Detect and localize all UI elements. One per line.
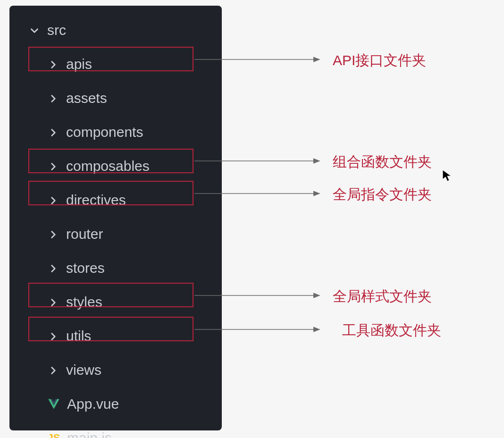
- cursor-icon: [442, 169, 453, 182]
- tree-folder-stores[interactable]: stores: [9, 251, 222, 285]
- file-explorer-panel: src apis assets components composables d…: [9, 6, 222, 430]
- chevron-right-icon: [47, 296, 59, 308]
- tree-folder-apis[interactable]: apis: [9, 47, 222, 81]
- js-icon: JS: [45, 430, 62, 438]
- chevron-right-icon: [47, 126, 59, 138]
- tree-folder-label: directives: [66, 192, 126, 208]
- vue-icon: [45, 396, 62, 413]
- tree-folder-utils[interactable]: utils: [9, 319, 222, 353]
- chevron-right-icon: [47, 58, 59, 70]
- tree-file-main-js[interactable]: JS main.js: [9, 421, 222, 438]
- tree-folder-label: assets: [66, 90, 107, 106]
- annotation-styles: 全局样式文件夹: [333, 287, 432, 306]
- tree-file-app-vue[interactable]: App.vue: [9, 387, 222, 421]
- tree-file-label: App.vue: [67, 396, 119, 412]
- tree-folder-label: apis: [66, 56, 92, 72]
- chevron-right-icon: [47, 228, 59, 240]
- annotation-apis: API接口文件夹: [333, 51, 426, 70]
- tree-folder-label: utils: [66, 328, 91, 344]
- tree-folder-label: composables: [66, 158, 150, 174]
- chevron-down-icon: [28, 24, 41, 36]
- tree-folder-views[interactable]: views: [9, 353, 222, 387]
- tree-folder-label: views: [66, 362, 101, 378]
- tree-folder-components[interactable]: components: [9, 115, 222, 149]
- annotation-utils: 工具函数文件夹: [342, 321, 441, 340]
- chevron-right-icon: [47, 262, 59, 274]
- tree-root-label: src: [47, 22, 66, 38]
- tree-folder-label: router: [66, 226, 103, 242]
- annotation-directives: 全局指令文件夹: [333, 185, 432, 204]
- tree-folder-label: stores: [66, 260, 105, 276]
- tree-folder-styles[interactable]: styles: [9, 285, 222, 319]
- annotation-composables: 组合函数文件夹: [333, 152, 432, 172]
- tree-folder-router[interactable]: router: [9, 217, 222, 251]
- tree-folder-label: components: [66, 124, 143, 140]
- chevron-right-icon: [47, 92, 59, 104]
- chevron-right-icon: [47, 194, 59, 206]
- chevron-right-icon: [47, 330, 59, 342]
- tree-root-src[interactable]: src: [9, 13, 222, 47]
- chevron-right-icon: [47, 160, 59, 172]
- tree-file-label: main.js: [67, 430, 112, 438]
- chevron-right-icon: [47, 364, 59, 376]
- tree-folder-composables[interactable]: composables: [9, 149, 222, 183]
- tree-folder-assets[interactable]: assets: [9, 81, 222, 115]
- tree-folder-directives[interactable]: directives: [9, 183, 222, 217]
- tree-folder-label: styles: [66, 294, 102, 310]
